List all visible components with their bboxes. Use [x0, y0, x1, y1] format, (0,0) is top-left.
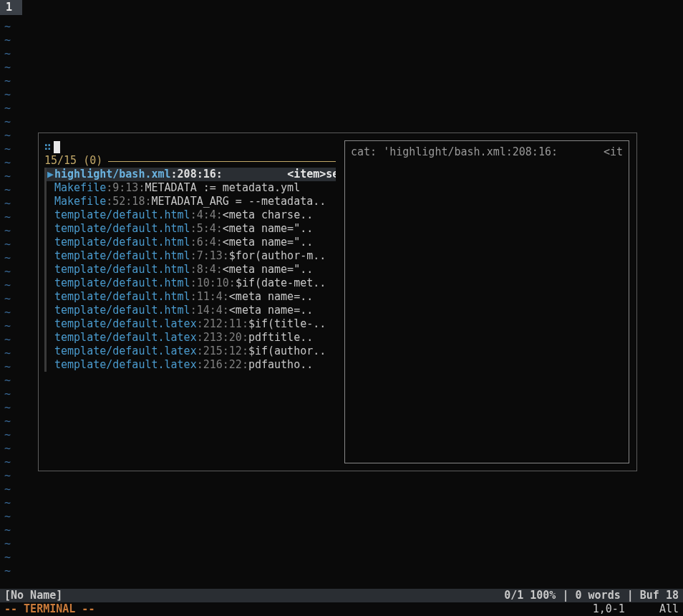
result-file: Makefile	[54, 195, 106, 208]
result-snippet: $for(author-m..	[229, 249, 326, 263]
result-snippet: $if(author..	[248, 345, 326, 358]
result-snippet: <item>se..	[287, 168, 336, 181]
result-location: :215:12:	[197, 345, 248, 358]
list-item[interactable]: ▶template/default.html:7:13:$for(author-…	[44, 249, 336, 263]
mode-line: -- TERMINAL -- 1,0-1 All	[0, 602, 683, 616]
fzf-count-separator	[108, 161, 336, 162]
result-location: :6:4:	[190, 236, 223, 249]
result-file: template/default.html	[54, 304, 190, 317]
result-file: template/default.html	[54, 263, 190, 276]
result-location: :216:22:	[197, 358, 248, 372]
mode-indicator: -- TERMINAL --	[4, 602, 95, 616]
result-snippet: METADATA_ARG = --metadata..	[151, 195, 326, 208]
tab-1[interactable]: 1	[0, 0, 22, 15]
fzf-popup: ∷ 15/15 (0) ▶highlight/bash.xml:208:16: …	[38, 133, 637, 471]
list-item[interactable]: ▶template/default.html:8:4: <meta name="…	[44, 263, 336, 276]
result-file: Makefile	[54, 181, 106, 195]
list-item[interactable]: ▶template/default.html:10:10:$if(date-me…	[44, 276, 336, 290]
list-item[interactable]: ▶template/default.html:14:4: <meta name=…	[44, 304, 336, 317]
result-snippet: METADATA := metadata.yml	[145, 181, 300, 195]
result-location: :5:4:	[190, 222, 223, 236]
result-location: :7:13:	[190, 249, 229, 263]
result-snippet: <meta name="..	[223, 222, 313, 236]
result-file: template/default.html	[54, 276, 190, 290]
status-filename: [No Name]	[4, 589, 504, 602]
result-snippet: <meta name="..	[223, 263, 313, 276]
result-location: :212:11:	[197, 317, 248, 331]
result-file: highlight/bash.xml	[54, 168, 171, 181]
result-location: :10:10:	[190, 276, 236, 290]
list-item[interactable]: ▶template/default.latex:216:22: pdfautho…	[44, 358, 336, 372]
prompt-marker-icon: ∷	[44, 140, 49, 154]
list-item[interactable]: ▶Makefile:9:13:METADATA := metadata.yml	[44, 181, 336, 195]
result-snippet: <meta name=..	[229, 304, 313, 317]
result-snippet: pdftitle..	[248, 331, 313, 345]
fzf-results-list: ▶highlight/bash.xml:208:16: <item>se..▶M…	[44, 168, 336, 372]
result-snippet: <meta name="..	[223, 236, 313, 249]
fzf-count: 15/15 (0)	[44, 154, 336, 168]
result-snippet: pdfautho..	[248, 358, 313, 372]
list-item[interactable]: ▶Makefile:52:18:METADATA_ARG = --metadat…	[44, 195, 336, 208]
status-bar: [No Name] 0/1 100% | 0 words | Buf 18	[0, 589, 683, 602]
cursor-position: 1,0-1	[593, 602, 625, 616]
result-location: :14:4:	[190, 304, 229, 317]
result-file: template/default.latex	[54, 345, 197, 358]
result-snippet: <meta name=..	[229, 290, 313, 304]
list-item[interactable]: ▶template/default.html:11:4: <meta name=…	[44, 290, 336, 304]
preview-text-left: cat: 'highlight/bash.xml:208:16:	[351, 145, 558, 159]
result-location: :11:4:	[190, 290, 229, 304]
result-snippet: $if(title-..	[248, 317, 326, 331]
empty-line-tildes: ~~~~~~~~~~~~~~~~~~~~~~~~~~~~~~~~~~~~~~~~…	[4, 20, 11, 578]
result-location: :9:13:	[106, 181, 145, 195]
result-location: :213:20:	[197, 331, 248, 345]
result-file: template/default.latex	[54, 358, 197, 372]
result-file: template/default.html	[54, 290, 190, 304]
result-location: :52:18:	[106, 195, 151, 208]
result-snippet: <meta charse..	[223, 208, 313, 222]
cursor	[54, 141, 60, 153]
list-item[interactable]: ▶template/default.html:4:4: <meta charse…	[44, 208, 336, 222]
fzf-prompt[interactable]: ∷	[44, 140, 336, 154]
preview-text-right: <it	[604, 145, 623, 159]
result-snippet: $if(date-met..	[236, 276, 326, 290]
list-item[interactable]: ▶highlight/bash.xml:208:16: <item>se..	[44, 168, 336, 181]
result-location: :208:16:	[171, 168, 223, 181]
result-file: template/default.html	[54, 249, 190, 263]
scroll-position: All	[659, 602, 679, 616]
fzf-count-text: 15/15 (0)	[44, 154, 102, 168]
result-file: template/default.latex	[54, 317, 197, 331]
result-file: template/default.latex	[54, 331, 197, 345]
fzf-preview-pane: cat: 'highlight/bash.xml:208:16: <it	[344, 140, 629, 463]
pointer-icon: ▶	[47, 168, 54, 181]
tab-bar: 1	[0, 0, 683, 15]
status-info: 0/1 100% | 0 words | Buf 18	[504, 589, 679, 602]
list-item[interactable]: ▶template/default.html:5:4: <meta name="…	[44, 222, 336, 236]
result-location: :8:4:	[190, 263, 223, 276]
result-file: template/default.html	[54, 236, 190, 249]
list-item[interactable]: ▶template/default.latex:212:11:$if(title…	[44, 317, 336, 331]
result-file: template/default.html	[54, 222, 190, 236]
list-item[interactable]: ▶template/default.html:6:4: <meta name="…	[44, 236, 336, 249]
result-location: :4:4:	[190, 208, 223, 222]
result-file: template/default.html	[54, 208, 190, 222]
list-item[interactable]: ▶template/default.latex:215:12:$if(autho…	[44, 345, 336, 358]
list-item[interactable]: ▶template/default.latex:213:20: pdftitle…	[44, 331, 336, 345]
